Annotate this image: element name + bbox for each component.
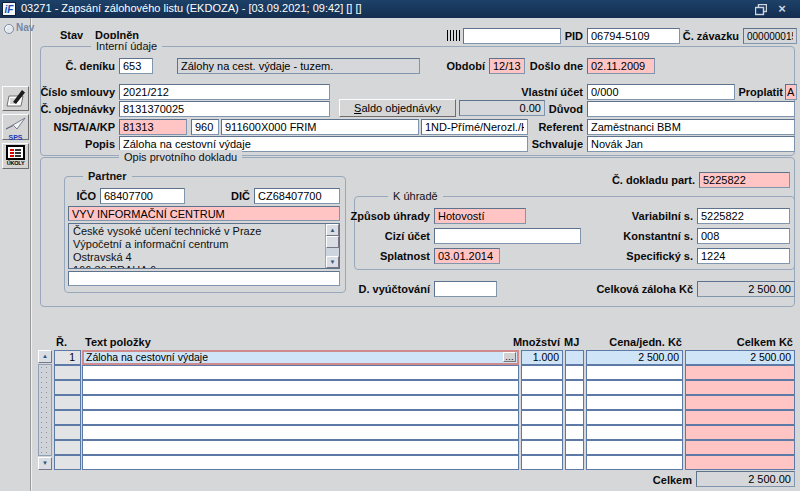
ta-field[interactable] [191, 119, 219, 135]
specificky-field[interactable] [697, 248, 790, 264]
splatnost-field[interactable] [434, 248, 500, 264]
item-price-cell[interactable] [586, 410, 683, 425]
sps-label: SPS [3, 134, 28, 141]
denik-field[interactable] [119, 58, 153, 74]
konstantni-field[interactable] [697, 228, 790, 244]
saldo-objednavky-button[interactable]: Saldo objednávky [339, 99, 456, 117]
vlastni-ucet-field[interactable] [587, 84, 735, 100]
zavazek-field [743, 28, 797, 44]
konstantni-label: Konstantní s. [608, 230, 693, 243]
item-price-cell[interactable]: 2 500.00 [586, 350, 683, 365]
item-unit-cell[interactable] [565, 425, 584, 440]
item-total-cell[interactable] [685, 440, 795, 455]
col-header-mj: MJ [564, 336, 579, 348]
row-number-cell: 1 [54, 350, 81, 365]
partner-address-listbox[interactable]: České vysoké učení technické v Praze Výp… [68, 223, 340, 269]
celkova-zaloha-field [697, 281, 795, 297]
objednavka-field[interactable] [119, 101, 330, 117]
ns-field[interactable] [119, 119, 187, 135]
schvaluje-field[interactable] [587, 136, 795, 152]
scroll-thumb[interactable] [326, 236, 339, 248]
partner-nazev-field[interactable] [68, 206, 340, 221]
col-header-radek: Ř. [56, 336, 67, 348]
proplatit-field[interactable] [785, 84, 797, 100]
item-total-cell[interactable] [685, 455, 795, 470]
smlouva-label: Číslo smlouvy [35, 86, 115, 99]
item-total-cell[interactable] [685, 425, 795, 440]
item-price-cell[interactable] [586, 440, 683, 455]
col-header-text: Text položky [85, 336, 151, 348]
table-row-empty [0, 365, 800, 380]
item-quantity-cell[interactable] [521, 440, 563, 455]
item-unit-cell[interactable] [565, 410, 584, 425]
signature-icon [5, 88, 26, 108]
item-unit-cell[interactable] [565, 440, 584, 455]
item-quantity-cell[interactable] [521, 410, 563, 425]
row-number-cell [54, 395, 81, 410]
item-price-cell[interactable] [586, 425, 683, 440]
item-total-cell[interactable] [685, 410, 795, 425]
item-quantity-cell[interactable] [521, 425, 563, 440]
restore-button[interactable] [753, 2, 769, 16]
item-quantity-cell[interactable] [521, 380, 563, 395]
item-total-cell[interactable]: 2 500.00 [685, 350, 795, 365]
item-total-cell[interactable] [685, 380, 795, 395]
item-text-cell[interactable] [82, 425, 519, 440]
doslo-dne-field[interactable] [587, 58, 655, 74]
item-total-cell[interactable] [685, 395, 795, 410]
lov-ellipsis-button[interactable]: … [503, 352, 516, 362]
obdobi-field[interactable] [489, 58, 525, 74]
item-quantity-cell[interactable] [521, 455, 563, 470]
a-field[interactable] [221, 119, 419, 135]
item-text-cell[interactable] [82, 380, 519, 395]
item-text-cell[interactable] [82, 395, 519, 410]
item-text-cell[interactable] [82, 410, 519, 425]
cizi-ucet-field[interactable] [434, 228, 581, 244]
item-price-cell[interactable] [586, 380, 683, 395]
ico-field[interactable] [100, 188, 185, 204]
doslo-dne-label: Došlo dne [525, 60, 583, 73]
listbox-scrollbar[interactable]: ▲ ▼ [325, 224, 339, 268]
nav-toggle[interactable] [4, 24, 14, 34]
zpusob-uhrady-label: Způsob úhrady [350, 210, 430, 223]
zpusob-uhrady-field[interactable] [434, 208, 526, 224]
table-row-empty [0, 425, 800, 440]
item-quantity-cell[interactable]: 1.000 [521, 350, 563, 365]
duvod-field[interactable] [587, 101, 795, 117]
ukoly-button[interactable]: ÚKOLY [2, 143, 29, 169]
smlouva-field[interactable] [119, 84, 330, 100]
signature-button[interactable] [2, 86, 29, 111]
table-row-empty [0, 395, 800, 410]
celkova-zaloha-label: Celková záloha Kč [580, 283, 693, 296]
item-text-cell[interactable] [82, 440, 519, 455]
referent-field[interactable] [587, 119, 795, 135]
item-unit-cell[interactable] [565, 380, 584, 395]
scroll-up-icon[interactable]: ▲ [326, 224, 339, 236]
item-quantity-cell[interactable] [521, 395, 563, 410]
item-text-cell[interactable] [82, 365, 519, 380]
row-number-cell [54, 410, 81, 425]
item-unit-cell[interactable] [565, 395, 584, 410]
doklad-part-label: Č. dokladu part. [600, 174, 695, 187]
variabilni-field[interactable] [697, 208, 790, 224]
kp-field[interactable] [421, 119, 528, 135]
dic-field[interactable] [254, 188, 340, 204]
scroll-down-icon[interactable]: ▼ [326, 256, 339, 268]
close-button[interactable]: × [774, 2, 790, 16]
item-total-cell[interactable] [685, 365, 795, 380]
vyuctovani-field[interactable] [434, 281, 497, 297]
item-text-cell[interactable]: Záloha na cestovní výdaje … [82, 350, 519, 365]
doklad-part-field[interactable] [699, 172, 790, 188]
item-price-cell[interactable] [586, 365, 683, 380]
item-price-cell[interactable] [586, 395, 683, 410]
item-unit-cell[interactable] [565, 455, 584, 470]
item-unit-cell[interactable] [565, 365, 584, 380]
partner-extra-field[interactable] [68, 271, 340, 286]
row-number-cell [54, 380, 81, 395]
item-unit-cell[interactable] [565, 350, 584, 365]
item-quantity-cell[interactable] [521, 365, 563, 380]
sps-button[interactable]: SPS [2, 114, 29, 140]
item-text-cell[interactable] [82, 455, 519, 470]
proplatit-label: Proplatit [738, 86, 783, 99]
item-price-cell[interactable] [586, 455, 683, 470]
